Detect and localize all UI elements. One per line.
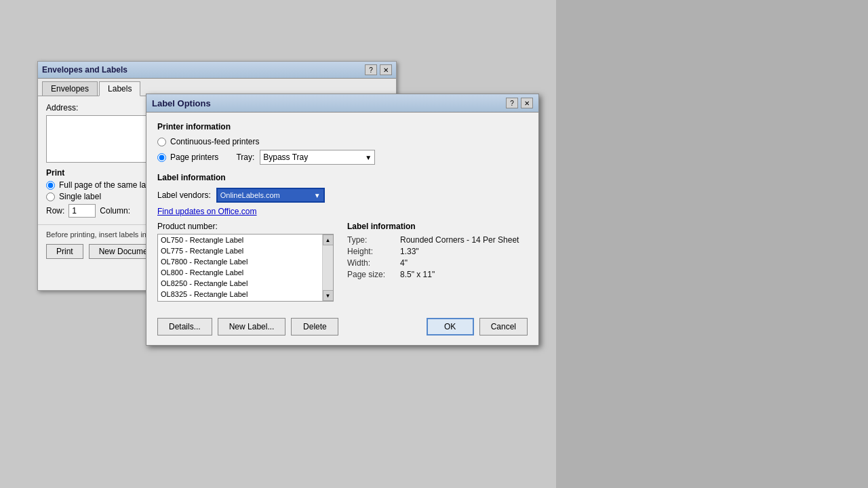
label-options-content: Printer information Continuous-feed prin… <box>146 113 538 345</box>
product-list-scrollbar[interactable]: ▲ ▼ <box>322 235 333 301</box>
tray-label: Tray: <box>236 152 254 162</box>
right-buttons: OK Cancel <box>427 318 528 336</box>
list-item[interactable]: OL8250 - Rectangle Label <box>158 278 333 289</box>
page-printers-radio[interactable] <box>157 153 166 162</box>
printer-radio-group: Continuous-feed printers Page printers T… <box>157 137 528 165</box>
width-key: Width: <box>347 258 395 268</box>
tray-value: Bypass Tray <box>263 152 308 162</box>
lo-close-button[interactable]: ✕ <box>521 98 533 108</box>
label-options-title: Label Options <box>152 98 211 108</box>
row-label: Row: <box>46 206 64 216</box>
address-textbox[interactable] <box>46 115 161 163</box>
label-options-dialog: Label Options ? ✕ Printer information Co… <box>146 94 539 346</box>
page-size-row: Page size: 8.5" x 11" <box>347 270 528 279</box>
label-options-titlebar-buttons: ? ✕ <box>506 98 533 108</box>
page-printers-row: Page printers Tray: Bypass Tray ▼ <box>157 150 528 165</box>
vendor-label: Label vendors: <box>157 190 211 200</box>
tray-dropdown[interactable]: Bypass Tray ▼ <box>260 150 375 165</box>
list-item[interactable]: OL8325 - Rectangle Label <box>158 289 333 300</box>
tab-envelopes[interactable]: Envelopes <box>42 81 98 96</box>
page-size-value: 8.5" x 11" <box>400 270 435 279</box>
continuous-feed-radio[interactable] <box>157 138 166 146</box>
find-updates-link[interactable]: Find updates on Office.com <box>157 207 528 216</box>
right-panel <box>556 0 868 488</box>
width-row: Width: 4" <box>347 258 528 268</box>
close-button[interactable]: ✕ <box>380 64 392 75</box>
ok-button[interactable]: OK <box>427 318 474 336</box>
height-value: 1.33" <box>400 247 419 256</box>
page-size-key: Page size: <box>347 270 395 279</box>
row-value: 1 <box>72 206 77 216</box>
print-button[interactable]: Print <box>46 244 83 259</box>
label-options-titlebar: Label Options ? ✕ <box>146 94 538 113</box>
continuous-feed-row: Continuous-feed printers <box>157 137 528 146</box>
scroll-up-button[interactable]: ▲ <box>323 235 334 245</box>
list-item[interactable]: OL750 - Rectangle Label <box>158 235 333 245</box>
vendor-value: OnlineLabels.com <box>220 191 280 199</box>
label-info-title: Label information <box>157 173 528 182</box>
col-label: Column: <box>100 206 130 216</box>
single-label-radio[interactable] <box>46 192 55 201</box>
label-info-details-col: Label information Type: Rounded Corners … <box>347 222 528 302</box>
printer-info-title: Printer information <box>157 122 528 131</box>
details-button[interactable]: Details... <box>157 318 212 336</box>
lo-cancel-button[interactable]: Cancel <box>479 318 528 336</box>
row-spinner[interactable]: 1 <box>68 204 96 218</box>
height-key: Height: <box>347 247 395 256</box>
list-item[interactable]: OL800 - Rectangle Label <box>158 267 333 278</box>
full-page-label: Full page of the same label <box>59 180 157 190</box>
scroll-down-button[interactable]: ▼ <box>323 290 334 301</box>
help-button[interactable]: ? <box>365 64 377 75</box>
type-row: Type: Rounded Corners - 14 Per Sheet <box>347 235 528 245</box>
tray-dropdown-arrow: ▼ <box>365 154 372 161</box>
scroll-track[interactable] <box>323 245 333 290</box>
vendor-dropdown-arrow: ▼ <box>314 192 321 199</box>
type-value: Rounded Corners - 14 Per Sheet <box>400 235 519 245</box>
vendor-row: Label vendors: OnlineLabels.com ▼ <box>157 188 528 203</box>
product-list-container: OL750 - Rectangle Label OL775 - Rectangl… <box>157 234 334 302</box>
product-col: Product number: OL750 - Rectangle Label … <box>157 222 334 302</box>
product-list: OL750 - Rectangle Label OL775 - Rectangl… <box>158 235 333 300</box>
lo-help-button[interactable]: ? <box>506 98 518 108</box>
product-number-title: Product number: <box>157 222 334 231</box>
height-row: Height: 1.33" <box>347 247 528 256</box>
dialog-footer-buttons: Details... New Label... Delete OK Cancel <box>157 312 528 336</box>
label-info-section: Label information Label vendors: OnlineL… <box>157 173 528 302</box>
page-printers-label: Page printers <box>170 152 218 162</box>
width-value: 4" <box>400 258 408 268</box>
list-item[interactable]: OL775 - Rectangle Label <box>158 245 333 256</box>
tray-row: Tray: Bypass Tray ▼ <box>236 150 375 165</box>
env-labels-title: Envelopes and Labels <box>42 65 127 75</box>
continuous-feed-label: Continuous-feed printers <box>170 137 259 146</box>
type-key: Type: <box>347 235 395 245</box>
label-info-details-title: Label information <box>347 222 528 231</box>
vendor-dropdown[interactable]: OnlineLabels.com ▼ <box>216 188 325 203</box>
env-labels-titlebar: Envelopes and Labels ? ✕ <box>38 62 396 79</box>
list-item[interactable]: OL7800 - Rectangle Label <box>158 256 333 267</box>
tab-labels[interactable]: Labels <box>99 81 140 96</box>
left-buttons: Details... New Label... Delete <box>157 318 338 336</box>
new-label-button[interactable]: New Label... <box>218 318 286 336</box>
delete-button[interactable]: Delete <box>291 318 338 336</box>
product-info-columns: Product number: OL750 - Rectangle Label … <box>157 222 528 302</box>
full-page-radio[interactable] <box>46 181 55 190</box>
single-label-label: Single label <box>59 192 101 201</box>
env-labels-titlebar-buttons: ? ✕ <box>365 64 392 75</box>
